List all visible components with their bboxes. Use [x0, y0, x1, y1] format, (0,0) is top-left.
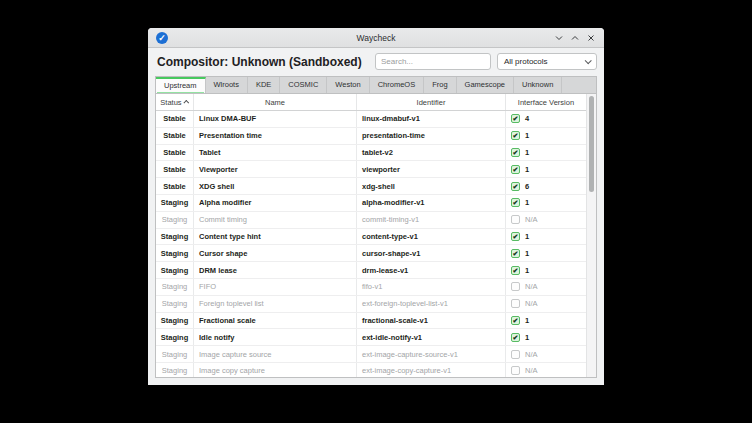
identifier-cell: xdg-shell [357, 178, 506, 194]
tab-chromeos[interactable]: ChromeOS [370, 77, 425, 93]
version-label: 1 [525, 333, 529, 342]
table-row[interactable]: Staging FIFO fifo-v1 N/A [156, 279, 586, 296]
supported-checkbox-icon[interactable]: ✔ [511, 232, 520, 241]
identifier-cell: tablet-v2 [357, 145, 506, 161]
close-button[interactable] [586, 33, 595, 42]
tab-frog[interactable]: Frog [424, 77, 456, 93]
table-row[interactable]: Staging Image capture source ext-image-c… [156, 346, 586, 363]
interface-version-cell: N/A [506, 212, 586, 228]
column-header-status[interactable]: Status [156, 94, 194, 110]
supported-checkbox-icon[interactable]: ✔ [511, 249, 520, 258]
identifier-cell: ext-image-capture-source-v1 [357, 346, 506, 362]
supported-checkbox-icon[interactable] [511, 350, 520, 359]
version-label: N/A [525, 350, 538, 359]
name-cell: Alpha modifier [194, 195, 357, 211]
column-header-identifier[interactable]: Identifier [357, 94, 506, 110]
status-cell: Stable [156, 128, 194, 144]
titlebar[interactable]: ✓ Waycheck [148, 28, 604, 48]
tab-kde[interactable]: KDE [248, 77, 280, 93]
table-row[interactable]: Staging Commit timing commit-timing-v1 N… [156, 212, 586, 229]
supported-checkbox-icon[interactable]: ✔ [511, 131, 520, 140]
supported-checkbox-icon[interactable]: ✔ [511, 182, 520, 191]
column-header-name[interactable]: Name [194, 94, 357, 110]
table-row[interactable]: Staging DRM lease drm-lease-v1 ✔ 1 [156, 262, 586, 279]
identifier-cell: linux-dmabuf-v1 [357, 111, 506, 127]
tab-unknown[interactable]: Unknown [514, 77, 562, 93]
interface-version-cell: ✔ 1 [506, 245, 586, 261]
table-row[interactable]: Stable Viewporter viewporter ✔ 1 [156, 161, 586, 178]
identifier-cell: cursor-shape-v1 [357, 245, 506, 261]
table-row[interactable]: Staging Idle notify ext-idle-notify-v1 ✔… [156, 329, 586, 346]
table-row[interactable]: Staging Cursor shape cursor-shape-v1 ✔ 1 [156, 245, 586, 262]
tab-wlroots[interactable]: Wlroots [206, 77, 248, 93]
interface-version-cell: N/A [506, 346, 586, 362]
table-row[interactable]: Staging Content type hint content-type-v… [156, 229, 586, 246]
supported-checkbox-icon[interactable] [511, 366, 520, 375]
protocol-filter-dropdown[interactable]: All protocols [497, 53, 597, 70]
interface-version-cell: ✔ 1 [506, 161, 586, 177]
table-header-row: Status Name Identifier Interface Version [156, 94, 586, 111]
table-row[interactable]: Staging Fractional scale fractional-scal… [156, 313, 586, 330]
table-row[interactable]: Staging Foreign toplevel list ext-foreig… [156, 296, 586, 313]
supported-checkbox-icon[interactable]: ✔ [511, 198, 520, 207]
status-cell: Staging [156, 313, 194, 329]
version-label: 1 [525, 148, 529, 157]
search-input[interactable] [375, 53, 491, 70]
supported-checkbox-icon[interactable] [511, 299, 520, 308]
name-cell: Image copy capture [194, 363, 357, 378]
supported-checkbox-icon[interactable] [511, 215, 520, 224]
protocol-filter-value: All protocols [504, 57, 548, 66]
name-cell: DRM lease [194, 262, 357, 278]
identifier-cell: commit-timing-v1 [357, 212, 506, 228]
version-label: 1 [525, 131, 529, 140]
scrollbar-thumb[interactable] [589, 96, 594, 192]
table-row[interactable]: Staging Alpha modifier alpha-modifier-v1… [156, 195, 586, 212]
waycheck-window: ✓ Waycheck Compositor: Unknown (Sandboxe… [148, 28, 604, 385]
chevron-up-icon [571, 34, 579, 42]
version-label: N/A [525, 299, 538, 308]
tab-gamescope[interactable]: Gamescope [457, 77, 514, 93]
status-cell: Stable [156, 145, 194, 161]
table-row[interactable]: Staging Image copy capture ext-image-cop… [156, 363, 586, 378]
name-cell: Cursor shape [194, 245, 357, 261]
tab-cosmic[interactable]: COSMIC [280, 77, 327, 93]
name-cell: Linux DMA-BUF [194, 111, 357, 127]
supported-checkbox-icon[interactable]: ✔ [511, 333, 520, 342]
name-cell: Commit timing [194, 212, 357, 228]
supported-checkbox-icon[interactable] [511, 282, 520, 291]
tab-upstream[interactable]: Upstream [156, 77, 206, 94]
table-row[interactable]: Stable Presentation time presentation-ti… [156, 128, 586, 145]
interface-version-cell: ✔ 1 [506, 262, 586, 278]
tab-weston[interactable]: Weston [327, 77, 369, 93]
column-header-interface-version[interactable]: Interface Version [506, 94, 586, 110]
interface-version-cell: N/A [506, 279, 586, 295]
minimize-button[interactable] [554, 33, 563, 42]
identifier-cell: content-type-v1 [357, 229, 506, 245]
maximize-button[interactable] [570, 33, 579, 42]
identifier-cell: presentation-time [357, 128, 506, 144]
name-cell: Foreign toplevel list [194, 296, 357, 312]
compositor-label: Compositor: Unknown (Sandboxed) [157, 55, 369, 69]
version-label: N/A [525, 215, 538, 224]
status-cell: Staging [156, 229, 194, 245]
supported-checkbox-icon[interactable]: ✔ [511, 148, 520, 157]
chevron-down-icon [555, 34, 563, 42]
interface-version-cell: ✔ 1 [506, 329, 586, 345]
table-row[interactable]: Stable Linux DMA-BUF linux-dmabuf-v1 ✔ 4 [156, 111, 586, 128]
table-row[interactable]: Stable XDG shell xdg-shell ✔ 6 [156, 178, 586, 195]
interface-version-cell: N/A [506, 363, 586, 378]
status-cell: Staging [156, 262, 194, 278]
identifier-cell: fifo-v1 [357, 279, 506, 295]
supported-checkbox-icon[interactable]: ✔ [511, 165, 520, 174]
table-row[interactable]: Stable Tablet tablet-v2 ✔ 1 [156, 145, 586, 162]
interface-version-cell: ✔ 1 [506, 145, 586, 161]
status-cell: Staging [156, 212, 194, 228]
supported-checkbox-icon[interactable]: ✔ [511, 114, 520, 123]
supported-checkbox-icon[interactable]: ✔ [511, 266, 520, 275]
status-cell: Staging [156, 296, 194, 312]
identifier-cell: drm-lease-v1 [357, 262, 506, 278]
supported-checkbox-icon[interactable]: ✔ [511, 316, 520, 325]
name-cell: XDG shell [194, 178, 357, 194]
vertical-scrollbar[interactable] [586, 94, 596, 377]
table-body: Stable Linux DMA-BUF linux-dmabuf-v1 ✔ 4… [156, 111, 586, 378]
